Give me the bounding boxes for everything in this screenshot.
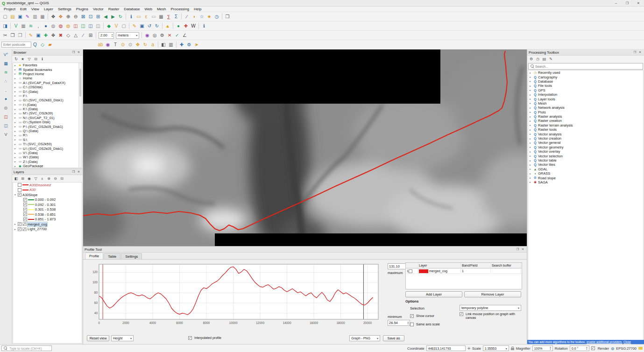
layer-labeling-icon[interactable]: ab: [97, 41, 104, 48]
browser-item[interactable]: ▸▭P:\ (SVC_OS2k05_Disk1): [13, 124, 82, 128]
spin-down-icon[interactable]: ▾: [112, 35, 113, 37]
float-panel-icon[interactable]: ❐: [515, 247, 520, 251]
zoom-to-layer-icon[interactable]: ⊞: [94, 13, 102, 20]
close-panel-icon[interactable]: ✕: [520, 247, 525, 251]
menu-database[interactable]: Database: [121, 7, 142, 11]
layer-item[interactable]: ▸✓Light_27700: [13, 227, 82, 232]
merge-features-icon[interactable]: ⊞: [87, 32, 94, 39]
scale-combo[interactable]: 1:35553▾: [483, 345, 509, 351]
tracing-icon[interactable]: ◉: [143, 32, 151, 39]
add-postgis-layer-icon[interactable]: ●: [42, 22, 50, 29]
toolbox-wrench-icon[interactable]: ⚙: [528, 56, 534, 62]
expand-arrow-icon[interactable]: ▸: [530, 137, 533, 140]
expand-arrow-icon[interactable]: ▸: [530, 128, 533, 131]
tab-settings[interactable]: Settings: [121, 253, 142, 259]
float-panel-icon[interactable]: ❐: [71, 170, 76, 174]
properties-widget-icon[interactable]: ℹ: [39, 56, 45, 62]
remove-layer-icon[interactable]: ⊟: [59, 176, 65, 182]
layer-class-item[interactable]: ✓0.851 - 1.873: [13, 217, 82, 222]
zoom-out-icon[interactable]: ⊖: [72, 13, 79, 20]
osm-search-icon[interactable]: ●: [175, 22, 182, 29]
layer-item[interactable]: A30Dissolved: [13, 183, 82, 188]
toolbox-group[interactable]: ▸QVector creation: [528, 136, 643, 141]
expand-arrow-icon[interactable]: ▸: [530, 150, 533, 153]
project-new-icon[interactable]: ▢: [1, 13, 9, 20]
style-manager-icon[interactable]: ✎: [24, 13, 31, 20]
expand-arrow-icon[interactable]: ▸: [530, 84, 533, 87]
show-cursor-option[interactable]: ✓ Show cursor: [410, 314, 434, 318]
browser-item[interactable]: ▸▭U:\ (SVC_OS2k05_Disk1): [13, 146, 82, 150]
postcode-input[interactable]: [1, 42, 31, 48]
pan-map-icon[interactable]: ✥: [50, 13, 57, 20]
add-wms-layer-icon[interactable]: ◫: [72, 22, 79, 29]
redo-icon[interactable]: ↻: [153, 22, 161, 29]
min-elevation-spin[interactable]: 26.54 ▴▾: [388, 320, 410, 326]
field-calculator-icon[interactable]: ∑: [165, 13, 172, 20]
statistical-summary-icon[interactable]: Σ: [172, 13, 180, 20]
delete-selected-icon[interactable]: ✖: [57, 32, 64, 39]
toolbox-group[interactable]: ▸QRaster creation: [528, 119, 643, 123]
paste-features-icon[interactable]: ❐: [16, 32, 24, 39]
expand-arrow-icon[interactable]: ▸: [530, 80, 533, 83]
expand-arrow-icon[interactable]: ▸: [14, 72, 18, 75]
layer-checkbox[interactable]: [18, 188, 21, 192]
add-delimited-text-icon[interactable]: ,: [35, 22, 42, 29]
expand-arrow-icon[interactable]: ▸: [14, 86, 18, 89]
select-by-expression-icon[interactable]: ε: [142, 13, 150, 20]
expand-arrow-icon[interactable]: ▸: [530, 159, 533, 162]
class-checkbox[interactable]: ✓: [23, 212, 27, 216]
split-features-icon[interactable]: ∕: [79, 32, 87, 39]
elevation-profile-chart[interactable]: 4060801001200200040006000800010000120001…: [87, 262, 389, 331]
menu-view[interactable]: View: [29, 7, 42, 11]
raster-stretch-icon[interactable]: ◧: [160, 41, 167, 48]
expand-arrow-icon[interactable]: ▸: [530, 172, 533, 175]
snapping-options-icon[interactable]: ◎: [151, 32, 158, 39]
wfs-source-icon[interactable]: ◫: [2, 122, 10, 129]
browser-item[interactable]: ▸▭Q:\ (Data): [13, 129, 82, 133]
toolbox-group[interactable]: ▸QFile tools: [528, 84, 643, 88]
add-layer-button[interactable]: Add Layer: [405, 291, 462, 297]
change-label-properties-icon[interactable]: a: [149, 41, 156, 48]
mesh-source-icon[interactable]: ≋: [2, 69, 10, 76]
expand-arrow-icon[interactable]: ▸: [14, 116, 18, 119]
toolbox-group[interactable]: ▸QVector general: [528, 141, 643, 145]
toolbox-group[interactable]: ▸QRaster tools: [528, 127, 643, 132]
browser-item[interactable]: ▸★Favorites: [13, 63, 82, 67]
toggle-editing-icon[interactable]: ✎: [131, 22, 138, 29]
expand-arrow-icon[interactable]: ▸: [530, 146, 533, 148]
new-geopackage-layer-icon[interactable]: ◆: [105, 22, 113, 29]
zoom-in-icon[interactable]: ⊕: [64, 13, 72, 20]
enable-providers-link[interactable]: enable additional providers.: [587, 340, 623, 344]
expand-arrow-icon[interactable]: ▸: [530, 155, 533, 157]
browser-item[interactable]: ▸⌂Home: [13, 76, 82, 80]
delimited-source-icon[interactable]: ,: [2, 86, 10, 94]
layer-item[interactable]: A30: [13, 188, 82, 193]
browser-item[interactable]: ▸▭F:\: [13, 94, 82, 98]
temporal-controller-icon[interactable]: ◷: [213, 13, 220, 20]
expand-arrow-icon[interactable]: ▸: [530, 106, 533, 109]
toolbox-group[interactable]: ▸QDatabase: [528, 79, 643, 84]
layer-checkbox[interactable]: [18, 183, 21, 187]
browser-item[interactable]: ▸▭S:\: [13, 138, 82, 142]
menu-web[interactable]: Web: [142, 7, 155, 11]
toolbox-group[interactable]: ▸▲GDAL: [528, 167, 643, 171]
expand-arrow-icon[interactable]: ▸: [530, 93, 533, 96]
layer-checkbox[interactable]: ✓: [18, 222, 21, 226]
offset-value[interactable]: 2.00▴▾: [99, 32, 114, 39]
locate-tool-icon[interactable]: ◇: [39, 41, 46, 48]
profile-tool-plugin-icon[interactable]: W: [190, 22, 197, 29]
browser-item[interactable]: ▸▭A:\ (SVCAP_Pool_DataXX): [13, 81, 82, 85]
rotate-label-icon[interactable]: ↻: [142, 41, 149, 48]
browser-item[interactable]: ▸▭Z:\ (Data): [13, 160, 82, 164]
add-mesh-layer-icon[interactable]: ≋: [27, 22, 35, 29]
highlight-pinned-labels-icon[interactable]: ⊙: [127, 41, 134, 48]
render-checkbox[interactable]: ✓: [591, 346, 595, 350]
browser-item[interactable]: ▸▭N:\ (SVCAP_T2_01): [13, 116, 82, 120]
toolbox-group[interactable]: ▸QCartography: [528, 75, 643, 79]
expand-arrow-icon[interactable]: ▸: [14, 160, 18, 163]
same-axis-checkbox[interactable]: [410, 323, 414, 326]
add-mssql-layer-icon[interactable]: ◍: [57, 22, 64, 29]
layer-class-item[interactable]: ✓0.092 - 0.301: [13, 202, 82, 207]
measure-angle-icon[interactable]: ∠: [181, 32, 188, 39]
add-wfs-layer-icon[interactable]: ◫: [87, 22, 94, 29]
